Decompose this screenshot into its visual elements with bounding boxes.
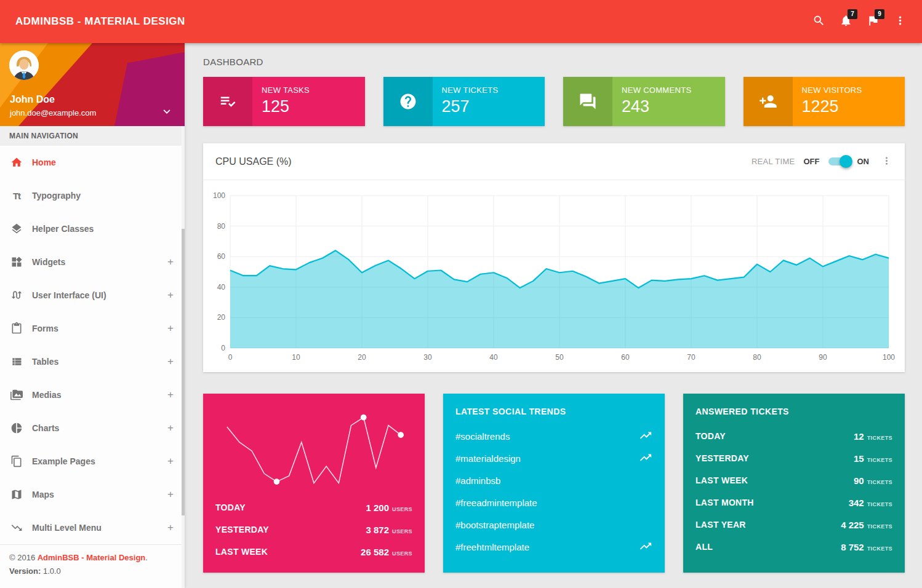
trend-item-adminbsb[interactable]: #adminbsb	[455, 469, 652, 491]
user-menu-toggle[interactable]	[159, 105, 175, 121]
svg-text:10: 10	[292, 353, 300, 362]
visitors-stats: TODAY1 200USERSYESTERDAY3 872USERSLAST W…	[215, 496, 412, 563]
sidebar-scrollbar[interactable]	[182, 126, 185, 588]
playlist-check-icon	[203, 77, 252, 126]
sidebar-item-forms[interactable]: Forms+	[0, 312, 185, 345]
svg-text:0: 0	[221, 344, 225, 352]
stat-row-all: ALL8 752TICKETS	[696, 536, 892, 558]
stat-value: 342	[849, 498, 864, 508]
notifications-badge: 7	[848, 9, 857, 19]
stat-value: 8 752	[841, 542, 864, 552]
sidebar-item-multi-level-menu[interactable]: Multi Level Menu+	[0, 511, 185, 544]
social-trends-card: LATEST SOCIAL TRENDS #socialtrends#mater…	[443, 394, 665, 573]
sidebar-item-tables[interactable]: Tables+	[0, 345, 185, 378]
info-box-label: NEW TASKS	[262, 85, 359, 95]
sidebar-item-label: Tables	[32, 357, 167, 367]
cpu-card-title: CPU USAGE (%)	[215, 156, 292, 167]
expand-plus-icon: +	[167, 356, 174, 368]
stat-value: 4 225	[841, 520, 864, 530]
stat-row-today: TODAY12TICKETS	[696, 425, 892, 447]
cpu-card-menu-button[interactable]	[879, 154, 894, 169]
stat-row-today: TODAY1 200USERS	[215, 496, 412, 518]
info-box-new-tickets: NEW TICKETS257	[383, 77, 545, 126]
sidebar-item-example-pages[interactable]: Example Pages+	[0, 445, 185, 478]
expand-plus-icon: +	[167, 455, 174, 467]
sidebar-scrollbar-thumb[interactable]	[182, 229, 185, 515]
expand-plus-icon: +	[167, 256, 174, 268]
stat-row-last-week: LAST WEEK90TICKETS	[696, 469, 892, 491]
sidebar-item-medias[interactable]: Medias+	[0, 378, 185, 411]
page-title: DASHBOARD	[203, 57, 905, 67]
info-box-new-visitors: NEW VISITORS1225	[744, 77, 905, 126]
sidebar-item-home[interactable]: Home	[0, 146, 185, 179]
svg-text:0: 0	[228, 353, 233, 362]
tickets-card-title: ANSWERED TICKETS	[696, 407, 892, 416]
version-value: 1.0.0	[43, 566, 61, 576]
brand-link[interactable]: AdminBSB - Material Design	[38, 553, 146, 562]
stat-label: LAST WEEK	[215, 547, 268, 557]
sidebar-item-label: Helper Classes	[32, 224, 174, 234]
bottom-cards-row: TODAY1 200USERSYESTERDAY3 872USERSLAST W…	[203, 394, 905, 573]
realtime-label: REAL TIME	[752, 157, 795, 166]
sidebar-item-widgets[interactable]: Widgets+	[0, 245, 185, 279]
stat-row-last-month: LAST MONTH342TICKETS	[696, 491, 892, 514]
trend-item-freehtmltemplate[interactable]: #freehtmltemplate	[455, 536, 652, 558]
sidebar-item-charts[interactable]: Charts+	[0, 411, 185, 445]
avatar	[9, 50, 39, 80]
stat-unit: TICKETS	[867, 479, 892, 485]
sidebar-item-maps[interactable]: Maps+	[0, 478, 185, 511]
search-button[interactable]	[805, 8, 832, 35]
more-menu-button[interactable]	[886, 8, 913, 35]
info-box-new-tasks: NEW TASKS125	[203, 77, 365, 126]
chevron-down-icon	[160, 111, 174, 121]
sidebar-item-helper-classes[interactable]: Helper Classes	[0, 212, 185, 245]
sidebar-item-label: Maps	[32, 490, 167, 499]
more-vert-icon	[881, 159, 892, 169]
svg-text:80: 80	[217, 222, 226, 231]
svg-text:90: 90	[819, 353, 827, 362]
expand-plus-icon: +	[167, 322, 174, 335]
svg-text:20: 20	[358, 353, 366, 362]
sidebar-item-label: Home	[32, 157, 174, 167]
expand-plus-icon: +	[167, 488, 174, 501]
hashtag-label: #socialtrends	[455, 431, 510, 442]
sidebar: John Doe john.doe@example.com MAIN NAVIG…	[0, 43, 185, 588]
answered-tickets-card: ANSWERED TICKETS TODAY12TICKETSYESTERDAY…	[683, 394, 905, 573]
toggle-knob[interactable]	[840, 155, 852, 168]
trend-item-freeadmintemplate[interactable]: #freeadmintemplate	[455, 491, 652, 514]
stat-unit: USERS	[392, 550, 412, 557]
info-box-value: 243	[622, 97, 719, 116]
trend-item-bootstraptemplate[interactable]: #bootstraptemplate	[455, 514, 652, 536]
stat-label: ALL	[696, 542, 713, 552]
info-box-label: NEW COMMENTS	[622, 85, 719, 95]
sidebar-item-label: Example Pages	[32, 456, 167, 466]
sidebar-item-user-interface-ui[interactable]: User Interface (UI)+	[0, 279, 185, 312]
visitors-card: TODAY1 200USERSYESTERDAY3 872USERSLAST W…	[203, 394, 425, 573]
forum-icon	[563, 77, 612, 126]
header-actions: 7 9	[805, 8, 922, 35]
trending-up-icon	[639, 451, 652, 466]
app-title[interactable]: ADMINBSB - MATERIAL DESIGN	[0, 15, 185, 28]
hashtag-label: #freehtmltemplate	[455, 542, 529, 552]
stat-value: 26 582	[361, 547, 389, 557]
trend-item-socialtrends[interactable]: #socialtrends	[455, 425, 652, 447]
pie-chart-icon	[10, 421, 23, 435]
stat-label: LAST YEAR	[696, 520, 746, 530]
info-boxes-row: NEW TASKS125NEW TICKETS257NEW COMMENTS24…	[203, 77, 905, 126]
nav-list: HomeTtTypographyHelper ClassesWidgets+Us…	[0, 146, 185, 544]
trending-up-icon	[639, 539, 652, 555]
flags-button[interactable]: 9	[859, 8, 886, 35]
expand-plus-icon: +	[167, 389, 174, 401]
stat-value: 15	[854, 453, 864, 464]
sidebar-item-typography[interactable]: TtTypography	[0, 179, 185, 212]
stat-unit: TICKETS	[867, 435, 892, 441]
notifications-button[interactable]: 7	[832, 8, 859, 35]
realtime-toggle[interactable]	[828, 157, 849, 165]
trend-item-materialdesign[interactable]: #materialdesign	[455, 447, 652, 469]
stat-unit: USERS	[392, 506, 412, 512]
stat-label: YESTERDAY	[696, 453, 749, 463]
stat-label: YESTERDAY	[215, 525, 269, 534]
clipboard-icon	[10, 322, 23, 335]
app-header: ADMINBSB - MATERIAL DESIGN 7 9	[0, 0, 922, 43]
cpu-usage-chart: 0102030405060708090100020406080100	[203, 182, 905, 370]
